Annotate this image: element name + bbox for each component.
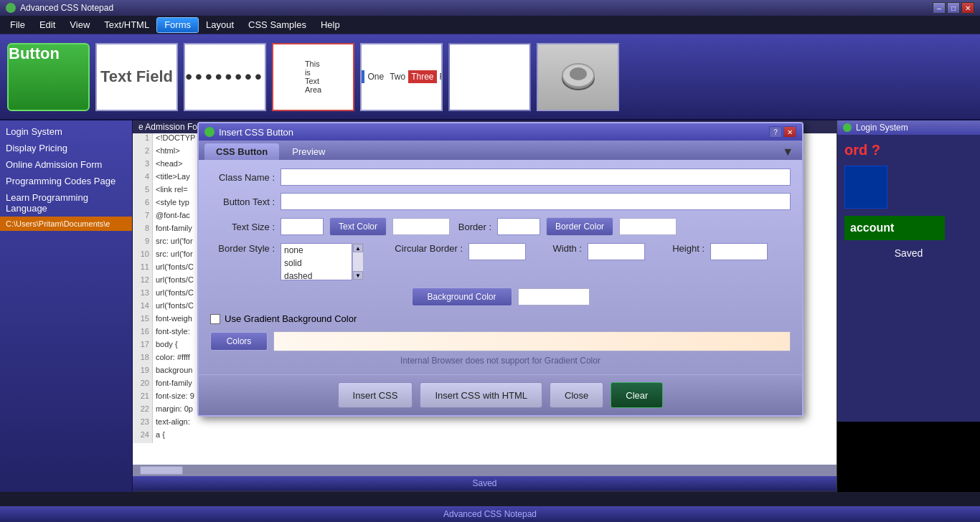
dialog-title-left: Insert CSS Button [204,127,293,138]
border-style-list[interactable]: none solid dashed [281,243,352,280]
gradient-label: Use Gradient Background Color [225,313,357,324]
height-label: Height : [665,243,705,254]
border-style-scrollbar[interactable]: ▲ ▼ [352,243,364,280]
circular-border-label: Circular Border : [384,243,463,254]
dialog-title-text: Insert CSS Button [219,127,293,138]
dialog-backdrop: Insert CSS Button ? ✕ CSS Button Preview… [0,0,980,522]
border-style-none[interactable]: none [281,244,352,257]
dialog-body: Class Name : Button Text : Text Size : T… [199,160,802,374]
dialog-title-bar: Insert CSS Button ? ✕ [199,123,802,141]
bg-color-row: Background Color [210,288,791,306]
dialog-footer: Insert CSS Insert CSS with HTML Close Cl… [199,374,802,415]
border-style-row: Border Style : none solid dashed ▲ ▼ Cir… [210,243,791,280]
text-size-row: Text Size : Text Color Border : Border C… [210,217,791,236]
border-style-wrapper: none solid dashed ▲ ▼ [281,243,364,280]
tab-css-button[interactable]: CSS Button [204,143,279,160]
gradient-info-text: Internal Browser does not support for Gr… [210,356,791,366]
text-size-input[interactable] [281,218,324,235]
button-text-input[interactable] [281,193,791,210]
bg-color-button[interactable]: Background Color [412,288,512,306]
bg-color-swatch [518,288,590,305]
insert-css-button[interactable]: Insert CSS [338,382,413,408]
button-text-label: Button Text : [210,196,275,207]
scroll-down-arrow[interactable]: ▼ [353,271,363,280]
tab-preview[interactable]: Preview [281,143,336,160]
gradient-checkbox-row: Use Gradient Background Color [210,313,791,324]
class-name-label: Class Name : [210,172,275,183]
dialog-tabs: CSS Button Preview ▼ [199,141,802,160]
insert-css-dialog: Insert CSS Button ? ✕ CSS Button Preview… [197,122,804,417]
border-color-swatch [619,218,677,235]
text-size-label: Text Size : [210,222,275,232]
border-style-solid[interactable]: solid [281,257,352,270]
class-name-input[interactable] [281,169,791,186]
close-dialog-button[interactable]: Close [550,382,603,408]
width-input[interactable] [588,243,645,260]
border-style-dashed[interactable]: dashed [281,270,352,280]
tab-dropdown-arrow[interactable]: ▼ [782,143,796,160]
class-name-row: Class Name : [210,169,791,186]
dialog-help-button[interactable]: ? [769,126,782,138]
text-color-swatch [392,218,450,235]
border-style-label: Border Style : [210,243,275,254]
dialog-title-icon [204,127,215,137]
gradient-swatch [273,331,791,351]
gradient-checkbox[interactable] [210,314,220,324]
colors-row: Colors [210,331,791,351]
height-input[interactable] [710,243,768,260]
border-color-button[interactable]: Border Color [546,217,613,236]
border-input[interactable] [497,218,540,235]
scroll-up-arrow[interactable]: ▲ [353,244,363,252]
insert-css-html-button[interactable]: Insert CSS with HTML [420,382,542,408]
colors-button[interactable]: Colors [210,332,268,351]
circular-border-input[interactable] [468,243,526,260]
clear-button[interactable]: Clear [611,382,663,408]
button-text-row: Button Text : [210,193,791,210]
dialog-close-x-button[interactable]: ✕ [783,126,796,138]
border-label: Border : [456,222,491,232]
dialog-title-controls[interactable]: ? ✕ [769,126,796,138]
text-color-button[interactable]: Text Color [329,217,387,236]
width-label: Width : [546,243,582,254]
